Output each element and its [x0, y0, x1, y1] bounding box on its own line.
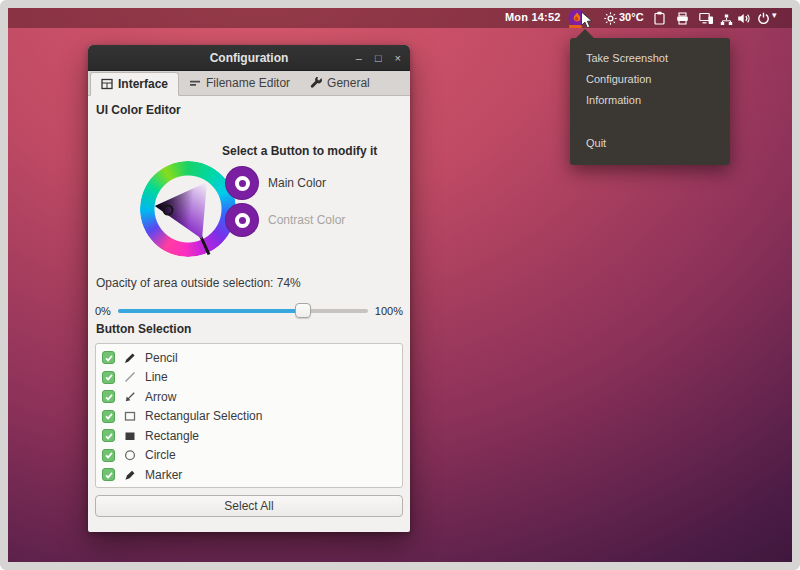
volume-icon[interactable] — [737, 11, 751, 29]
main-color-ring-icon — [235, 176, 250, 191]
network-icon[interactable] — [720, 12, 733, 30]
top-panel: Mon 14:52 — [8, 8, 792, 28]
printer-icon[interactable] — [676, 11, 689, 29]
mouse-cursor — [580, 11, 594, 34]
ui-color-editor-heading: UI Color Editor — [96, 103, 181, 117]
main-color-label: Main Color — [268, 176, 326, 190]
tab-filename-editor[interactable]: Filename Editor — [179, 71, 300, 95]
tool-list: Pencil Line Arrow Rectangular Selection — [95, 343, 403, 488]
pencil-icon — [124, 352, 136, 364]
menu-item-quit[interactable]: Quit — [570, 133, 730, 154]
line-icon — [124, 371, 136, 383]
circle-checkbox[interactable] — [102, 449, 115, 462]
rectangular-selection-icon — [124, 410, 136, 422]
marker-icon — [124, 469, 136, 481]
close-button[interactable]: × — [395, 53, 401, 64]
slider-fill — [118, 309, 303, 313]
wrench-icon — [310, 77, 322, 89]
menu-item-configuration[interactable]: Configuration — [570, 69, 730, 90]
contrast-color-label: Contrast Color — [268, 213, 345, 227]
titlebar[interactable]: Configuration – □ × — [88, 45, 410, 71]
line-checkbox[interactable] — [102, 371, 115, 384]
interface-tab-content: UI Color Editor Select a Button to modif… — [88, 96, 410, 532]
color-triangle[interactable] — [140, 161, 236, 257]
pencil-checkbox[interactable] — [102, 351, 115, 364]
circle-icon — [124, 449, 136, 461]
list-item-partial[interactable] — [102, 485, 402, 489]
opacity-slider[interactable] — [118, 309, 368, 313]
tab-interface-label: Interface — [118, 77, 168, 91]
tab-general[interactable]: General — [300, 71, 380, 95]
configuration-window: Configuration – □ × Interface — [88, 45, 410, 532]
panel-clock: Mon 14:52 — [505, 11, 561, 23]
button-selection-heading: Button Selection — [96, 322, 191, 336]
slider-max-label: 100% — [375, 305, 403, 317]
temperature-label: 30°C — [619, 11, 644, 23]
chevron-down-icon[interactable]: ▾ — [772, 10, 777, 20]
rectangular-selection-checkbox[interactable] — [102, 410, 115, 423]
menu-item-information[interactable]: Information — [570, 90, 730, 111]
tab-filename-editor-label: Filename Editor — [206, 76, 290, 90]
slider-handle[interactable] — [295, 303, 311, 318]
list-item-rectangular-selection[interactable]: Rectangular Selection — [102, 407, 402, 427]
contrast-color-button[interactable] — [225, 203, 259, 237]
desktop: Mon 14:52 — [8, 8, 792, 562]
arrow-checkbox[interactable] — [102, 390, 115, 403]
interface-icon — [101, 78, 113, 90]
arrow-icon — [124, 391, 136, 403]
menu-separator — [570, 111, 730, 133]
minimize-button[interactable]: – — [356, 53, 362, 64]
rectangle-checkbox[interactable] — [102, 429, 115, 442]
filename-editor-icon — [189, 77, 201, 89]
marker-checkbox[interactable] — [102, 468, 115, 481]
select-all-button[interactable]: Select All — [95, 495, 403, 517]
power-icon[interactable] — [757, 11, 770, 29]
weather-sun-icon[interactable] — [604, 11, 617, 29]
tab-bar: Interface Filename Editor General — [88, 71, 410, 96]
list-item-line[interactable]: Line — [102, 368, 402, 388]
opacity-slider-row: 0% 100% — [95, 303, 403, 319]
opacity-label: Opacity of area outside selection: 74% — [96, 276, 301, 290]
list-item-rectangle[interactable]: Rectangle — [102, 426, 402, 446]
tray-menu: Take Screenshot Configuration Informatio… — [570, 38, 730, 165]
list-item-marker[interactable]: Marker — [102, 465, 402, 485]
display-icon[interactable] — [699, 11, 714, 29]
list-item-circle[interactable]: Circle — [102, 446, 402, 466]
main-color-button[interactable] — [225, 166, 259, 200]
list-item-pencil[interactable]: Pencil — [102, 348, 402, 368]
menu-item-take-screenshot[interactable]: Take Screenshot — [570, 48, 730, 69]
tab-interface[interactable]: Interface — [90, 72, 179, 96]
slider-min-label: 0% — [95, 305, 111, 317]
color-prompt: Select a Button to modify it — [222, 144, 432, 158]
screenshot-frame: Mon 14:52 — [0, 0, 800, 570]
rectangle-icon — [124, 430, 136, 442]
clipboard-icon[interactable] — [653, 11, 666, 29]
contrast-color-ring-icon — [235, 213, 250, 228]
color-wheel[interactable] — [140, 161, 236, 257]
maximize-button[interactable]: □ — [375, 53, 382, 64]
tab-general-label: General — [327, 76, 370, 90]
list-item-arrow[interactable]: Arrow — [102, 387, 402, 407]
